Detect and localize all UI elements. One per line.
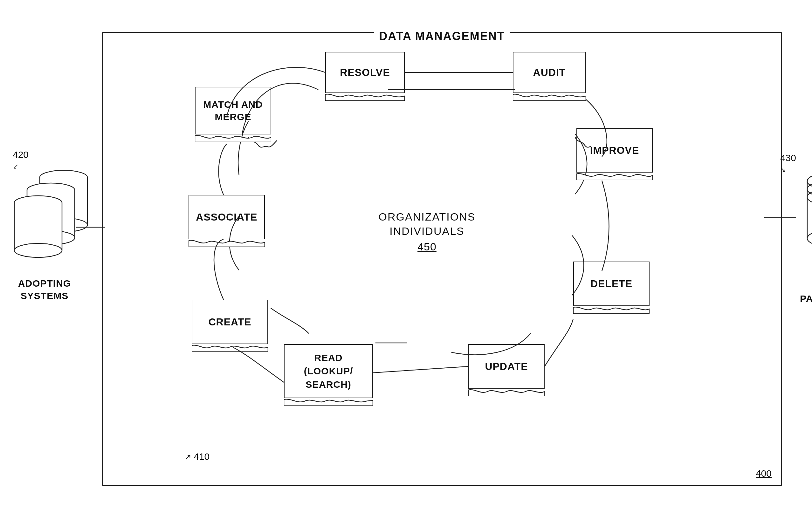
- db-cylinder-right: [806, 172, 812, 255]
- center-label: ORGANIZATIONS INDIVIDUALS 450: [351, 211, 503, 253]
- diagram-ref-400: 400: [756, 468, 772, 479]
- db-cylinder-front: [13, 194, 64, 265]
- svg-rect-17: [807, 181, 812, 238]
- improve-node: IMPROVE: [576, 128, 653, 180]
- associate-node: ASSOCIATE: [188, 195, 265, 247]
- audit-node: AUDIT: [513, 52, 586, 101]
- left-connector: [76, 225, 108, 229]
- create-node: CREATE: [192, 300, 268, 352]
- ref-430: 430 ↘: [780, 153, 796, 174]
- update-node: UPDATE: [468, 344, 545, 396]
- right-connector: [764, 216, 796, 219]
- resolve-node: RESOLVE: [325, 52, 405, 101]
- main-box: DATA MANAGEMENT: [102, 32, 782, 486]
- ref-420: 420 ↙: [13, 149, 29, 171]
- match-merge-node: MATCH ANDMERGE: [195, 87, 271, 142]
- third-party-data-label: THIRD PARTY DATA: [796, 268, 812, 305]
- svg-point-14: [14, 243, 62, 257]
- read-node: READ(LOOKUP/SEARCH): [284, 344, 373, 406]
- data-management-label: DATA MANAGEMENT: [374, 30, 510, 43]
- ref-410: ↗ 410: [184, 451, 209, 462]
- diagram-container: DATA MANAGEMENT: [13, 13, 799, 505]
- delete-node: DELETE: [573, 262, 649, 314]
- adopting-systems-label: ADOPTING SYSTEMS: [13, 277, 76, 302]
